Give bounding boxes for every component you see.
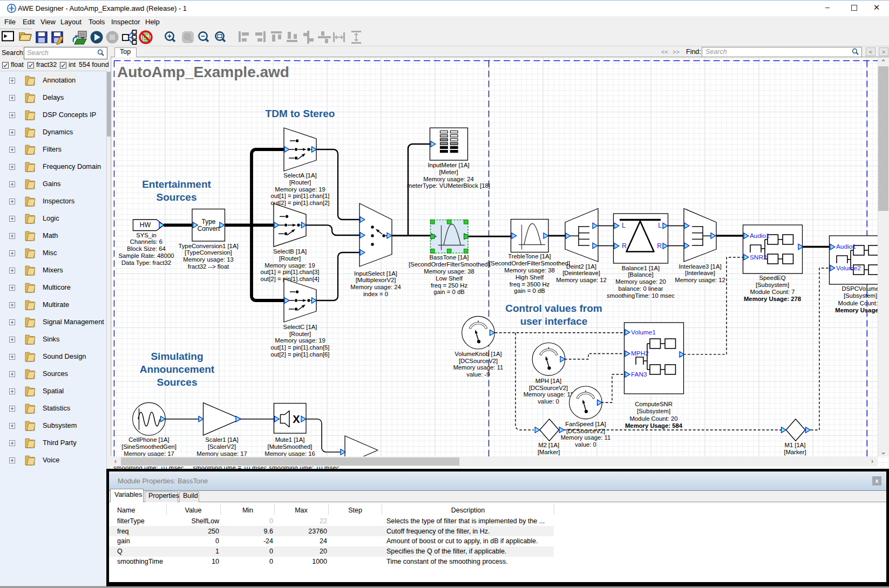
svg-text:[Deinterleave]: [Deinterleave]: [562, 270, 600, 276]
svg-text:Simulating: Simulating: [151, 351, 203, 362]
svg-text:Control values from: Control values from: [505, 303, 602, 314]
svg-text:[Subsystem]: [Subsystem]: [756, 282, 789, 288]
svg-text:[Meter]: [Meter]: [439, 169, 458, 175]
svg-text:freq = 3500 Hz: freq = 3500 Hz: [510, 281, 550, 288]
svg-text:R: R: [657, 242, 662, 250]
svg-text:Memory usage: 13: Memory usage: 13: [183, 256, 234, 263]
svg-text:HW: HW: [140, 221, 151, 229]
svg-text:Audio1: Audio1: [750, 232, 770, 240]
svg-text:[Balance]: [Balance]: [628, 271, 653, 278]
svg-text:M2 [1A]: M2 [1A]: [538, 442, 559, 448]
svg-text:[DCSourceV2]: [DCSourceV2]: [566, 428, 605, 434]
svg-text:user interface: user interface: [520, 316, 588, 327]
svg-text:index = 0: index = 0: [363, 291, 388, 297]
svg-text:Module Count: 7: Module Count: 7: [750, 289, 795, 295]
svg-text:SelectC [1A]: SelectC [1A]: [283, 324, 317, 330]
svg-text:[TypeConversion]: [TypeConversion]: [185, 249, 232, 256]
svg-text:Memory usage: 11: Memory usage: 11: [453, 364, 504, 371]
svg-text:SpeedEQ: SpeedEQ: [759, 275, 786, 281]
svg-text:TypeConversion1 [1A]: TypeConversion1 [1A]: [178, 243, 238, 249]
svg-text:MPH2: MPH2: [631, 350, 649, 357]
svg-text:L: L: [658, 222, 662, 229]
svg-text:Memory usage: 12: Memory usage: 12: [675, 277, 725, 283]
svg-text:gain = 0 dB: gain = 0 dB: [514, 288, 545, 294]
svg-text:Sources: Sources: [157, 377, 198, 388]
svg-text:[Subsystem]: [Subsystem]: [637, 408, 670, 414]
svg-text:ComputeSNR: ComputeSNR: [635, 401, 673, 407]
svg-text:Volume1: Volume1: [631, 329, 656, 336]
svg-text:FanSpeed [1A]: FanSpeed [1A]: [565, 421, 606, 427]
svg-text:Audio1: Audio1: [836, 243, 856, 250]
svg-text:[DCSourceV2]: [DCSourceV2]: [529, 385, 568, 391]
svg-text:[ScalerV2]: [ScalerV2]: [208, 443, 236, 450]
svg-text:[MultiplexorV2]: [MultiplexorV2]: [356, 277, 396, 283]
svg-text:Memory usage: 38: Memory usage: 38: [424, 268, 474, 275]
svg-text:Data Type: fract32: Data Type: fract32: [121, 259, 171, 266]
svg-text:Memory usage: 19: Memory usage: 19: [275, 337, 325, 344]
svg-text:[Subsystem]: [Subsystem]: [844, 292, 877, 299]
svg-text:Module Count: 20: Module Count: 20: [629, 415, 677, 422]
svg-text:[SecondOrderFilterSmoothed]: [SecondOrderFilterSmoothed]: [409, 261, 490, 268]
svg-text:value: -9: value: -9: [466, 371, 490, 378]
svg-text:[Router]: [Router]: [279, 255, 301, 262]
svg-text:SYS_in: SYS_in: [136, 232, 157, 238]
svg-text:[Router]: [Router]: [289, 179, 311, 186]
svg-text:M1 [1A]: M1 [1A]: [785, 442, 806, 448]
svg-text:[MuteSmoothed]: [MuteSmoothed]: [268, 443, 313, 450]
svg-text:MPH [1A]: MPH [1A]: [535, 378, 561, 384]
svg-text:fract32 --> float: fract32 --> float: [188, 263, 229, 270]
svg-text:Scaler1 [1A]: Scaler1 [1A]: [205, 436, 239, 443]
svg-text:[Marker]: [Marker]: [538, 449, 560, 455]
svg-text:Memory usage: 38: Memory usage: 38: [504, 267, 555, 274]
svg-text:InputMeter [1A]: InputMeter [1A]: [427, 162, 469, 168]
svg-text:Convert: Convert: [198, 225, 220, 233]
svg-text:Balance1 [1A]: Balance1 [1A]: [622, 265, 660, 271]
svg-text:Memory Usage: 278: Memory Usage: 278: [744, 296, 801, 302]
svg-text:balance: 0 linear: balance: 0 linear: [619, 285, 663, 292]
svg-text:[Interleave]: [Interleave]: [685, 270, 715, 276]
svg-text:Low Shelf: Low Shelf: [436, 275, 463, 282]
svg-text:Memory usage: 24: Memory usage: 24: [423, 176, 474, 182]
svg-text:High Shelf: High Shelf: [515, 274, 544, 281]
svg-text:Module Count: 5: Module Count: 5: [838, 300, 883, 306]
svg-text:gain = 0 dB: gain = 0 dB: [433, 289, 464, 295]
svg-text:L: L: [622, 222, 626, 229]
svg-text:Memory usage: 12: Memory usage: 12: [556, 277, 607, 283]
svg-text:TDM to Stereo: TDM to Stereo: [266, 108, 335, 119]
svg-text:BassTone [1A]: BassTone [1A]: [430, 254, 469, 261]
svg-text:AutoAmp_Example.awd: AutoAmp_Example.awd: [117, 64, 289, 80]
svg-text:X: X: [293, 413, 300, 425]
svg-text:[Marker]: [Marker]: [784, 449, 806, 455]
svg-text:value: 0: value: 0: [575, 441, 596, 448]
svg-text:Memory usage: 19: Memory usage: 19: [275, 186, 325, 193]
svg-text:value: 0: value: 0: [538, 398, 559, 405]
svg-text:out[1] = pin[1].chan[5]: out[1] = pin[1].chan[5]: [271, 344, 330, 351]
svg-text:freq = 250 Hz: freq = 250 Hz: [431, 282, 467, 289]
svg-text:InputSelect [1A]: InputSelect [1A]: [354, 270, 397, 277]
svg-text:out[2] = pin[1].chan[6]: out[2] = pin[1].chan[6]: [271, 351, 330, 358]
svg-text:Deint2 [1A]: Deint2 [1A]: [566, 263, 596, 270]
svg-text:Channels: 6: Channels: 6: [130, 238, 162, 245]
svg-text:Memory Usage: 584: Memory Usage: 584: [625, 422, 683, 429]
svg-text:[Router]: [Router]: [289, 331, 311, 337]
svg-text:DSPCVolume: DSPCVolume: [842, 285, 879, 292]
svg-text:Block Size: 64: Block Size: 64: [127, 245, 166, 252]
svg-text:[DCSourceV2]: [DCSourceV2]: [459, 358, 498, 364]
svg-text:SelectA [1A]: SelectA [1A]: [283, 172, 317, 179]
svg-text:Interleave3 [1A]: Interleave3 [1A]: [678, 263, 721, 270]
svg-text:out[1] = pin[1].chan[1]: out[1] = pin[1].chan[1]: [271, 193, 330, 199]
svg-text:Memory usage: 20: Memory usage: 20: [615, 278, 666, 285]
svg-text:meterType: VUMeterBlock [18]: meterType: VUMeterBlock [18]: [407, 182, 490, 189]
svg-text:[SineSmoothedGen]: [SineSmoothedGen]: [121, 443, 177, 450]
svg-text:Entertainment: Entertainment: [142, 179, 211, 190]
svg-text:VolumeKnob [1A]: VolumeKnob [1A]: [454, 351, 501, 357]
svg-text:R: R: [622, 242, 627, 250]
svg-text:Memory usage: 19: Memory usage: 19: [264, 262, 315, 269]
svg-text:Sources: Sources: [157, 192, 197, 203]
svg-text:SelectB [1A]: SelectB [1A]: [273, 248, 307, 255]
svg-text:Memory usage: 11: Memory usage: 11: [561, 434, 611, 441]
svg-text:smoothingTime: 10 msec: smoothingTime: 10 msec: [607, 292, 675, 299]
svg-text:FAN3: FAN3: [631, 371, 647, 378]
svg-text:Memory usage: 11: Memory usage: 11: [524, 391, 574, 398]
svg-text:TrebleTone [1A]: TrebleTone [1A]: [508, 253, 551, 259]
